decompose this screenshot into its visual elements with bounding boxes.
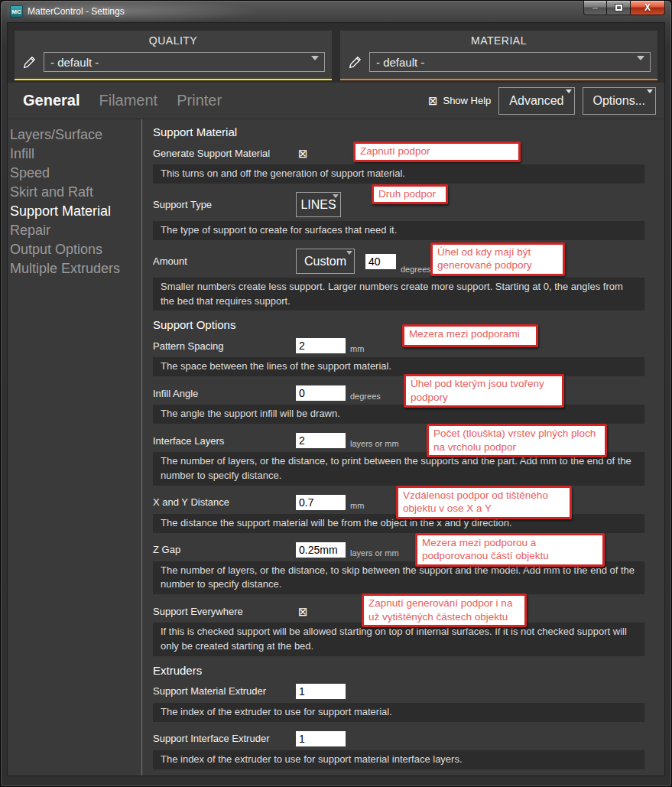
interface-layers-label: Interface Layers <box>153 435 296 447</box>
tab-general[interactable]: General <box>23 92 80 109</box>
z-gap-input[interactable] <box>296 542 346 558</box>
quality-row: - default - <box>21 52 325 72</box>
chevron-down-icon <box>637 56 644 60</box>
support-material-extruder-help: The index of the extruder to use for sup… <box>153 703 644 722</box>
annotation-z-gap: Mezera mezi podporou a podporovanou část… <box>415 533 605 567</box>
pattern-spacing-input[interactable] <box>296 338 346 353</box>
material-select[interactable]: - default - <box>369 52 651 72</box>
tabbar-right: ⊠ Show Help Advanced Options... <box>428 87 656 115</box>
window-title-bar[interactable]: MC MatterControl - Settings X <box>7 1 665 22</box>
row-support-material-extruder: Support Material Extruder <box>153 682 661 701</box>
annotation-interface-layers: Počet (tlouškta) vrstev plných ploch na … <box>427 424 607 457</box>
chevron-down-icon <box>647 89 653 93</box>
window-title: MatterControl - Settings <box>28 6 125 17</box>
close-button[interactable]: X <box>630 1 665 15</box>
support-type-dropdown[interactable]: LINES <box>296 192 341 217</box>
sidebar-item-repair[interactable]: Repair <box>10 221 141 240</box>
advanced-button[interactable]: Advanced <box>498 87 574 115</box>
sidebar-item-speed[interactable]: Speed <box>10 164 141 183</box>
window-controls: X <box>583 1 665 15</box>
support-interface-extruder-help: The index of the extruder to use for sup… <box>153 750 644 769</box>
amount-dropdown-value: Custom <box>304 255 346 268</box>
chevron-down-icon <box>333 194 339 198</box>
material-row: - default - <box>347 52 651 72</box>
row-support-everywhere: Support Everywhere⊠Zapnutí generování po… <box>153 602 661 620</box>
row-generate-support-material: Generate Support Material⊠Zapnutí podpor <box>153 144 661 162</box>
annotation-amount: Úhel od kdy mají být generované podpory <box>430 242 565 276</box>
sidebar-item-multiple-extruders[interactable]: Multiple Extruders <box>10 259 141 278</box>
infill-angle-label: Infill Angle <box>153 388 296 399</box>
show-help-toggle[interactable]: ⊠ Show Help <box>428 95 491 106</box>
tab-printer[interactable]: Printer <box>177 92 222 109</box>
row-interface-layers: Interface Layerslayers or mmPočet (tlouš… <box>153 431 661 450</box>
row-x-and-y-distance: X and Y DistancemmVzdálenost podpor od t… <box>153 493 661 512</box>
edit-pencil-icon[interactable] <box>21 54 37 70</box>
amount-help: Smaller numbers create less support. Lar… <box>153 278 644 311</box>
support-interface-extruder-input[interactable] <box>296 731 346 746</box>
material-panel-title: MATERIAL <box>347 34 651 47</box>
minimize-icon <box>592 7 599 9</box>
maximize-icon <box>615 5 622 11</box>
interface-layers-units: layers or mm <box>350 439 399 450</box>
pattern-spacing-help: The space between the lines of the suppo… <box>153 357 644 376</box>
amount-label: Amount <box>153 255 296 267</box>
amount-dropdown[interactable]: Custom <box>296 249 355 274</box>
infill-angle-input[interactable] <box>296 385 346 401</box>
chevron-down-icon <box>311 56 319 60</box>
client-area: QUALITY - default - MATERIAL <box>7 22 665 776</box>
sidebar-item-output-options[interactable]: Output Options <box>10 240 141 259</box>
annotation-pattern-spacing: Mezera mezi podporami <box>402 324 538 347</box>
generate-support-material-help: This turns on and off the generation of … <box>153 164 644 184</box>
quality-panel-title: QUALITY <box>21 34 325 47</box>
edit-pencil-icon[interactable] <box>347 54 362 70</box>
quality-select[interactable]: - default - <box>44 52 325 72</box>
settings-body: Layers/SurfaceInfillSpeedSkirt and RaftS… <box>8 119 664 776</box>
support-everywhere-checkbox[interactable]: ⊠ <box>298 606 308 617</box>
tabs: GeneralFilamentPrinter <box>23 92 241 109</box>
support-material-extruder-input[interactable] <box>296 684 346 699</box>
support-material-extruder-label: Support Material Extruder <box>153 685 296 697</box>
x-and-y-distance-units: mm <box>350 501 364 512</box>
tab-filament[interactable]: Filament <box>99 92 157 109</box>
interface-layers-input[interactable] <box>296 433 346 448</box>
quality-panel: QUALITY - default - <box>15 31 332 80</box>
pattern-spacing-label: Pattern Spacing <box>153 340 296 352</box>
x-and-y-distance-input[interactable] <box>296 495 346 510</box>
row-support-interface-extruder: Support Interface Extruder <box>153 730 661 748</box>
row-infill-angle: Infill AngledegreesÚhel pod kterým jsou … <box>153 384 661 402</box>
z-gap-units: layers or mm <box>350 548 399 559</box>
maximize-button[interactable] <box>607 1 630 15</box>
settings-sidebar: Layers/SurfaceInfillSpeedSkirt and RaftS… <box>8 119 142 776</box>
row-pattern-spacing: Pattern SpacingmmMezera mezi podporami <box>153 337 661 355</box>
checkbox-checked-icon: ⊠ <box>428 95 438 106</box>
z-gap-label: Z Gap <box>153 544 296 555</box>
material-select-value: - default - <box>376 56 424 69</box>
quality-select-value: - default - <box>50 56 99 69</box>
app-logo-icon: MC <box>10 5 23 18</box>
advanced-button-label: Advanced <box>509 94 563 107</box>
row-amount: AmountCustomdegreesÚhel od kdy mají být … <box>153 248 661 275</box>
annotation-generate-support-material: Zapnutí podpor <box>353 141 521 162</box>
infill-angle-units: degrees <box>350 392 381 402</box>
support-type-dropdown-value: LINES <box>300 198 336 212</box>
sidebar-item-layers-surface[interactable]: Layers/Surface <box>10 125 141 145</box>
minimize-button[interactable] <box>583 1 607 15</box>
sidebar-item-skirt-and-raft[interactable]: Skirt and Raft <box>10 183 141 202</box>
show-help-label: Show Help <box>443 95 491 106</box>
sidebar-item-support-material[interactable]: Support Material <box>10 202 141 221</box>
material-panel: MATERIAL - default - <box>340 31 657 80</box>
row-support-type: Support TypeLINESDruh podpor <box>153 191 661 219</box>
options-button[interactable]: Options... <box>583 87 656 115</box>
amount-units: degrees <box>401 265 431 275</box>
amount-input[interactable] <box>365 254 396 269</box>
generate-support-material-label: Generate Support Material <box>153 148 296 159</box>
chevron-down-icon <box>346 251 352 255</box>
support-interface-extruder-label: Support Interface Extruder <box>153 733 296 744</box>
support-everywhere-help: If this is checked support will be allow… <box>153 623 644 656</box>
row-z-gap: Z Gaplayers or mmMezera mezi podporou a … <box>153 541 661 559</box>
support-type-help: The type of support to create for surfac… <box>153 221 644 240</box>
infill-angle-help: The angle the support infill will be dra… <box>153 405 644 424</box>
generate-support-material-checkbox[interactable]: ⊠ <box>298 148 308 159</box>
sidebar-item-infill[interactable]: Infill <box>10 145 141 164</box>
chevron-down-icon <box>566 89 572 93</box>
